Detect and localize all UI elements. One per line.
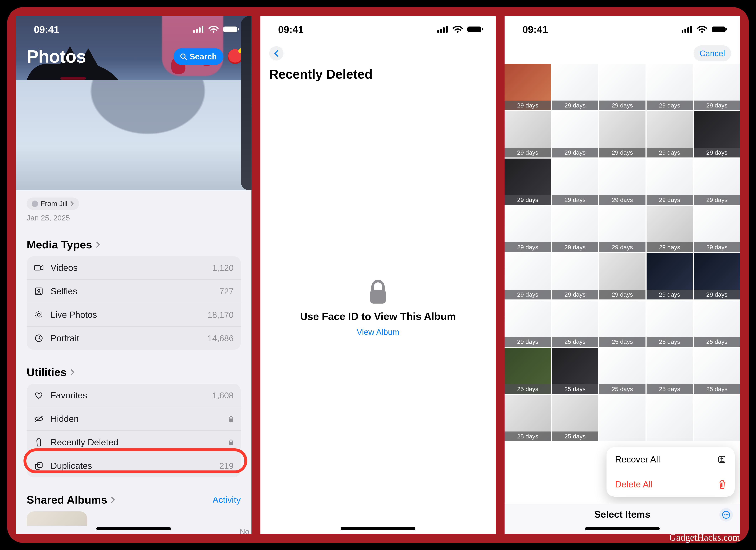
photo-thumbnail[interactable]: 25 days xyxy=(505,348,551,394)
row-hidden[interactable]: Hidden xyxy=(27,407,241,430)
photo-grid: 29 days29 days29 days29 days29 days29 da… xyxy=(505,64,740,504)
photo-thumbnail[interactable]: 29 days xyxy=(552,111,598,158)
row-favorites[interactable]: Favorites 1,608 xyxy=(27,384,241,407)
heart-icon xyxy=(34,392,44,399)
photo-thumbnail[interactable]: 25 days xyxy=(552,395,598,441)
cancel-button[interactable]: Cancel xyxy=(694,45,731,61)
days-remaining-label: 29 days xyxy=(552,242,598,252)
cellular-icon xyxy=(193,26,204,33)
row-videos[interactable]: Videos 1,120 xyxy=(27,256,241,279)
featured-date: Jan 25, 2025 xyxy=(27,214,241,222)
photo-thumbnail[interactable]: 29 days xyxy=(599,206,645,252)
photo-thumbnail[interactable]: 29 days xyxy=(599,111,645,158)
photo-thumbnail[interactable]: 29 days xyxy=(694,111,740,158)
svg-point-37 xyxy=(724,514,725,515)
more-button[interactable] xyxy=(719,508,733,522)
photo-thumbnail[interactable]: 25 days xyxy=(552,348,598,394)
view-album-link[interactable]: View Album xyxy=(357,327,399,337)
photo-thumbnail[interactable]: 29 days xyxy=(552,64,598,110)
photo-thumbnail[interactable]: 29 days xyxy=(694,64,740,110)
photo-thumbnail[interactable]: 29 days xyxy=(647,159,693,205)
photo-thumbnail[interactable]: 29 days xyxy=(694,159,740,205)
photo-thumbnail[interactable]: 25 days xyxy=(599,348,645,394)
battery-icon xyxy=(223,26,239,33)
svg-rect-26 xyxy=(482,28,483,30)
row-label: Portrait xyxy=(51,333,201,343)
home-indicator[interactable] xyxy=(341,527,415,530)
photo-thumbnail[interactable]: 29 days xyxy=(599,159,645,205)
photo-thumbnail[interactable]: 29 days xyxy=(599,253,645,299)
row-portrait[interactable]: Portrait 14,686 xyxy=(27,326,241,350)
section-title: Shared Albums xyxy=(27,493,107,506)
photo-thumbnail[interactable] xyxy=(599,395,645,441)
photo-thumbnail[interactable]: 29 days xyxy=(505,159,551,205)
select-items-label: Select Items xyxy=(594,509,650,520)
days-remaining-label: 29 days xyxy=(694,148,740,157)
photo-thumbnail[interactable]: 29 days xyxy=(505,301,551,347)
photo-thumbnail[interactable]: 29 days xyxy=(552,253,598,299)
photo-thumbnail[interactable]: 29 days xyxy=(599,64,645,110)
section-media-types[interactable]: Media Types xyxy=(27,238,241,251)
photo-thumbnail[interactable]: 29 days xyxy=(647,253,693,299)
profile-avatar[interactable] xyxy=(228,49,243,64)
photo-thumbnail[interactable]: 25 days xyxy=(694,348,740,394)
photo-thumbnail[interactable]: 29 days xyxy=(647,206,693,252)
screen-photos-home: 09:41 Photos xyxy=(16,16,251,534)
photo-thumbnail[interactable]: 29 days xyxy=(505,111,551,158)
photo-thumbnail[interactable]: 29 days xyxy=(694,206,740,252)
menu-delete-all[interactable]: Delete All xyxy=(607,472,735,497)
days-remaining-label: 29 days xyxy=(694,195,740,205)
status-time: 09:41 xyxy=(522,24,548,35)
activity-link[interactable]: Activity xyxy=(212,495,241,505)
days-remaining-label: 25 days xyxy=(505,384,551,394)
svg-point-13 xyxy=(36,312,42,318)
bottom-toolbar: Select Items xyxy=(505,504,740,534)
battery-icon xyxy=(712,26,728,33)
row-recently-deleted[interactable]: Recently Deleted xyxy=(27,430,241,454)
row-count: 1,608 xyxy=(212,391,234,400)
photo-thumbnail[interactable]: 25 days xyxy=(647,348,693,394)
shared-album-peek[interactable] xyxy=(27,511,87,526)
photo-thumbnail[interactable]: 29 days xyxy=(552,206,598,252)
photo-thumbnail[interactable]: 25 days xyxy=(694,301,740,347)
days-remaining-label: 25 days xyxy=(599,384,645,394)
photo-thumbnail[interactable]: 25 days xyxy=(647,301,693,347)
back-button[interactable] xyxy=(269,46,283,60)
home-indicator[interactable] xyxy=(96,527,171,530)
photo-thumbnail[interactable]: 25 days xyxy=(505,395,551,441)
row-label: Hidden xyxy=(51,414,222,424)
photo-thumbnail[interactable]: 25 days xyxy=(599,301,645,347)
photo-thumbnail[interactable]: 29 days xyxy=(505,206,551,252)
row-duplicates[interactable]: Duplicates 219 xyxy=(27,454,241,477)
photo-thumbnail[interactable]: 29 days xyxy=(552,159,598,205)
photo-thumbnail[interactable]: 29 days xyxy=(647,111,693,158)
action-menu: Recover All Delete All xyxy=(607,447,735,497)
days-remaining-label: 25 days xyxy=(599,337,645,347)
section-title: Utilities xyxy=(27,366,67,378)
days-remaining-label: 29 days xyxy=(505,148,551,157)
section-utilities[interactable]: Utilities xyxy=(27,366,241,378)
photo-thumbnail[interactable] xyxy=(647,395,693,441)
next-featured-peek[interactable] xyxy=(241,16,251,190)
photo-thumbnail[interactable]: 29 days xyxy=(694,253,740,299)
row-live-photos[interactable]: Live Photos 18,170 xyxy=(27,303,241,326)
photo-thumbnail[interactable]: 29 days xyxy=(505,64,551,110)
days-remaining-label: 29 days xyxy=(694,101,740,110)
row-count: 18,170 xyxy=(208,310,234,320)
row-selfies[interactable]: Selfies 727 xyxy=(27,279,241,303)
photo-thumbnail[interactable]: 29 days xyxy=(505,253,551,299)
section-shared-albums[interactable]: Shared Albums Activity xyxy=(27,493,241,506)
days-remaining-label: 29 days xyxy=(505,101,551,110)
screen-recently-deleted-grid: 09:41 Cancel 29 days29 days29 days29 day… xyxy=(505,16,740,534)
status-bar: 09:41 xyxy=(505,16,740,43)
from-pill[interactable]: From Jill xyxy=(27,198,79,210)
search-button[interactable]: Search xyxy=(174,48,223,65)
svg-rect-30 xyxy=(687,27,689,33)
photo-thumbnail[interactable] xyxy=(694,395,740,441)
photo-thumbnail[interactable]: 25 days xyxy=(552,301,598,347)
home-indicator[interactable] xyxy=(585,527,660,530)
status-bar: 09:41 xyxy=(16,16,251,43)
photo-thumbnail[interactable]: 29 days xyxy=(647,64,693,110)
menu-recover-all[interactable]: Recover All xyxy=(607,447,735,472)
tutorial-frame: 09:41 Photos xyxy=(7,7,749,543)
